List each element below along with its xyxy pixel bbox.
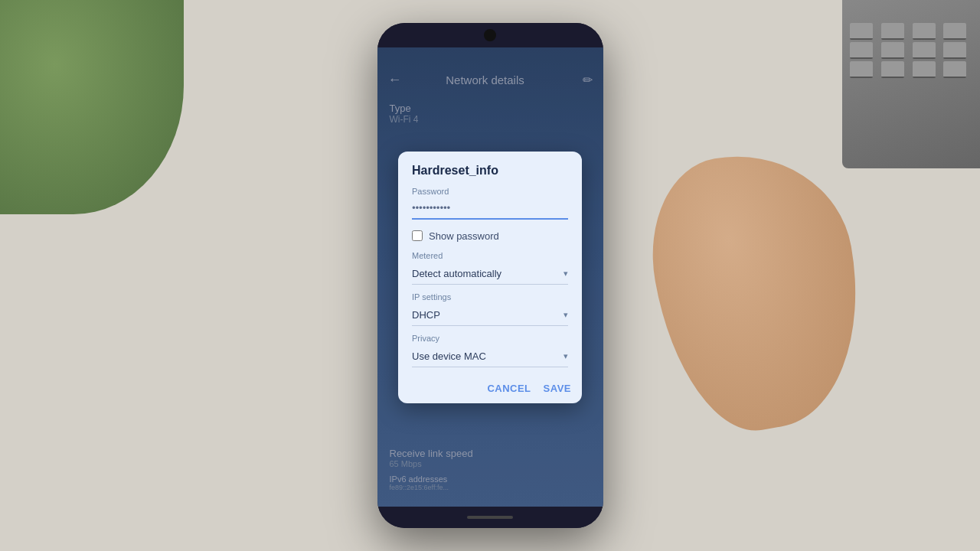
laptop-decoration bbox=[842, 0, 980, 168]
cancel-button[interactable]: CANCEL bbox=[487, 383, 531, 394]
dialog-title: Hardreset_info bbox=[412, 164, 568, 178]
privacy-arrow-icon: ▾ bbox=[564, 351, 568, 361]
metered-dropdown[interactable]: Detect automatically ▾ bbox=[412, 263, 568, 285]
privacy-label: Privacy bbox=[412, 334, 568, 343]
key bbox=[881, 61, 904, 78]
phone-device: ← Network details ✏ Type Wi-Fi 4 Receive… bbox=[377, 23, 603, 528]
metered-label: Metered bbox=[412, 251, 568, 260]
key bbox=[913, 42, 936, 59]
password-label: Password bbox=[412, 187, 568, 196]
ip-settings-dropdown[interactable]: DHCP ▾ bbox=[412, 305, 568, 326]
key bbox=[913, 23, 936, 40]
metered-arrow-icon: ▾ bbox=[564, 269, 568, 279]
phone-notch bbox=[484, 29, 496, 41]
ip-settings-arrow-icon: ▾ bbox=[564, 310, 568, 320]
show-password-label[interactable]: Show password bbox=[429, 230, 499, 242]
ip-settings-label: IP settings bbox=[412, 292, 568, 302]
password-input[interactable] bbox=[412, 199, 568, 220]
key bbox=[850, 61, 873, 78]
phone-screen: ← Network details ✏ Type Wi-Fi 4 Receive… bbox=[377, 47, 603, 507]
metered-value: Detect automatically bbox=[412, 268, 501, 279]
phone-bottom-bezel bbox=[377, 507, 603, 528]
dialog-actions: CANCEL SAVE bbox=[398, 375, 582, 403]
key bbox=[943, 42, 966, 59]
privacy-value: Use device MAC bbox=[412, 350, 486, 362]
key bbox=[850, 42, 873, 59]
ip-settings-value: DHCP bbox=[412, 309, 440, 321]
dialog-content: Hardreset_info Password Show password Me… bbox=[398, 152, 582, 367]
key bbox=[850, 23, 873, 40]
home-bar bbox=[467, 516, 513, 519]
laptop-keys bbox=[842, 0, 980, 86]
show-password-row: Show password bbox=[412, 230, 568, 242]
save-button[interactable]: SAVE bbox=[544, 383, 571, 394]
dialog-overlay: Hardreset_info Password Show password Me… bbox=[377, 47, 603, 507]
key bbox=[943, 23, 966, 40]
show-password-checkbox[interactable] bbox=[412, 230, 423, 241]
key bbox=[881, 42, 904, 59]
key bbox=[881, 23, 904, 40]
network-dialog: Hardreset_info Password Show password Me… bbox=[398, 152, 582, 403]
key bbox=[913, 61, 936, 78]
key bbox=[943, 61, 966, 78]
privacy-dropdown[interactable]: Use device MAC ▾ bbox=[412, 346, 568, 367]
phone-top-bezel bbox=[377, 23, 603, 47]
